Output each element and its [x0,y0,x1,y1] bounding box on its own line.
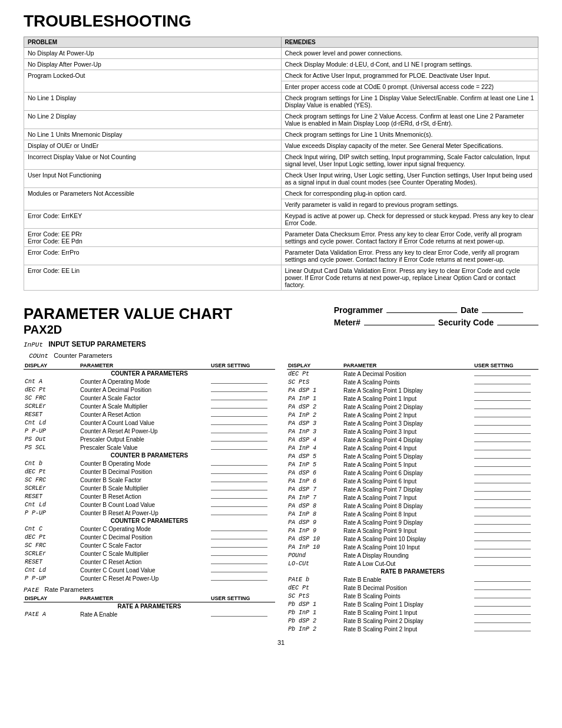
param-cell: Rate A Scaling Point 4 Display [342,436,473,444]
setting-cell [473,444,538,452]
display-cell: PA InP 4 [287,444,342,452]
display-cell: dEC Pt [24,533,79,541]
list-item: Cnt ACounter A Operating Mode [24,377,275,386]
param-cell: Counter C Operating Mode [79,525,210,533]
remedy-cell: Enter proper access code at COdE 0 promp… [281,81,538,93]
list-item: Cnt CCounter C Operating Mode [24,525,275,533]
problem-cell: Incorrect Display Value or Not Counting [24,151,282,170]
param-cell: Counter A Decimal Position [79,386,210,394]
list-item: SC PtSRate B Scaling Points [287,592,538,600]
param-cell: Rate B Enable [342,575,473,584]
display-cell: PA dSP 3 [287,419,342,427]
problem-cell: Error Code: ErrPro [24,247,282,265]
setting-cell [210,509,275,517]
counter-section-label: Counter Parameters [54,352,112,359]
param-cell: Rate A Scaling Point 6 Display [342,469,473,477]
meter-field[interactable] [364,317,435,325]
display-cell: PA dSP 2 [287,403,342,411]
setting-cell [210,377,275,386]
setting-cell [210,533,275,541]
list-item: Cnt LdCounter B Count Load Value [24,500,275,509]
section-header-cell: COUNTER A PARAMETERS [24,370,275,378]
display-cell: PA InP 3 [287,427,342,436]
list-item: SC FRCCounter C Scale Factor [24,541,275,549]
param-cell: Rate A Scaling Point 2 Input [342,411,473,419]
table-row: Error Code: EE LinLinear Output Card Dat… [24,265,538,291]
date-field[interactable] [482,305,523,313]
display-cell: PA dSP 10 [287,535,342,543]
list-item: dEC PtCounter C Decimal Position [24,533,275,541]
list-item: PA dSP 10Rate A Scaling Point 10 Display [287,535,538,543]
remedy-cell: Parameter Data Checksum Error. Press any… [281,229,538,247]
setting-cell [210,566,275,574]
setting-cell [210,410,275,419]
programmer-field[interactable] [386,305,457,313]
display-cell: SC FRC [24,541,79,549]
list-item: PA dSP 1Rate A Scaling Point 1 Display [287,386,538,394]
setting-cell [210,467,275,476]
page-number: 31 [24,639,538,646]
list-item: SCRLErCounter B Scale Multiplier [24,484,275,492]
display-cell: RESET [24,558,79,566]
setting-cell [473,378,538,386]
list-item: PA InP 9Rate A Scaling Point 9 Input [287,526,538,535]
param-chart-subtitle: PAX2D [24,323,232,337]
display-cell: RESET [24,492,79,500]
list-item: PA dSP 4Rate A Scaling Point 4 Display [287,436,538,444]
meter-label: Meter# [334,318,361,327]
display-cell: PS Out [24,435,79,443]
setting-cell [210,574,275,582]
param-chart-header: PARAMETER VALUE CHART PAX2D Programmer D… [24,305,538,337]
troubleshooting-table: PROBLEM REMEDIES No Display At Power-UpC… [24,37,538,291]
date-label: Date [461,305,478,315]
remedy-cell: Keypad is active at power up. Check for … [281,210,538,229]
display-cell: SCRLEr [24,402,79,410]
param-cell: Rate A Scaling Point 2 Display [342,403,473,411]
table-row: No Line 1 DisplayCheck program settings … [24,93,538,111]
problem-cell: Display of OUEr or UndEr [24,140,282,151]
param-cell: Rate B Scaling Point 2 Input [342,625,473,633]
remedy-cell: Check User Input wiring, User Logic sett… [281,170,538,188]
list-item: SCRLErCounter C Scale Multiplier [24,549,275,558]
table-row: Display of OUEr or UndErValue exceeds Di… [24,140,538,151]
param-cell: Rate A Low Cut-Out [342,559,473,568]
list-item: PS SCLPrescaler Scale Value [24,443,275,452]
display-cell: PAtE b [287,575,342,584]
param-cell: Rate A Scaling Point 3 Input [342,427,473,436]
param-cell: Rate A Scaling Point 10 Display [342,535,473,543]
param-cell: Counter B Scale Multiplier [79,484,210,492]
left-col-setting: USER SETTING [210,362,275,370]
setting-cell [473,608,538,617]
param-cell: Rate A Scaling Point 7 Display [342,485,473,493]
rate-section-code: PAtE [24,587,39,594]
setting-cell [473,617,538,625]
setting-cell [473,469,538,477]
param-cell: Counter A Reset Action [79,410,210,419]
setting-cell [473,559,538,568]
display-cell: P P-UP [24,509,79,517]
setting-cell [210,558,275,566]
param-cell: Rate A Scaling Point 6 Input [342,477,473,485]
security-field[interactable] [497,317,538,325]
display-cell: Cnt C [24,525,79,533]
setting-cell [473,510,538,518]
setting-cell [473,535,538,543]
setting-cell [210,492,275,500]
setting-cell [210,386,275,394]
display-cell: Cnt Ld [24,566,79,574]
table-row: Error Code: ErrKEYKeypad is active at po… [24,210,538,229]
setting-cell [473,436,538,444]
security-label: Security Code [438,318,494,327]
display-cell: PA dSP 9 [287,518,342,526]
setting-cell [473,403,538,411]
param-cell: Counter A Scale Multiplier [79,402,210,410]
setting-cell [473,584,538,592]
setting-cell [473,518,538,526]
section-header-row: RATE B PARAMETERS [287,568,538,575]
list-item: PA InP 1Rate A Scaling Point 1 Input [287,394,538,403]
setting-cell [210,394,275,402]
list-item: RESETCounter C Reset Action [24,558,275,566]
display-cell: PA dSP 1 [287,386,342,394]
param-cell: Counter A Count Load Value [79,419,210,427]
display-cell: Cnt b [24,459,79,467]
